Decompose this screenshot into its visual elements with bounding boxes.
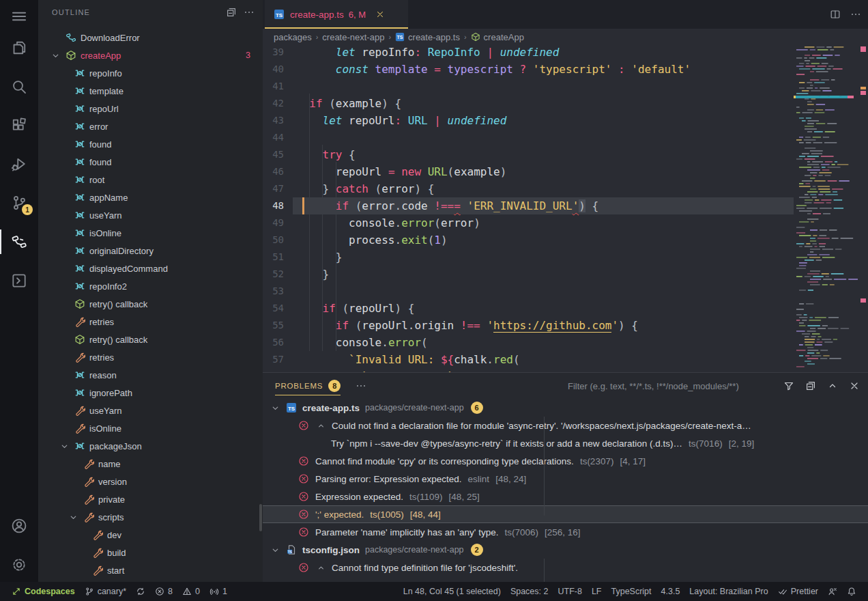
breadcrumb-create-app-ts[interactable]: TScreate-app.ts <box>395 32 460 42</box>
activity-outline-view-icon[interactable] <box>0 225 38 258</box>
outline-item-useyarn[interactable]: useYarn <box>38 206 263 224</box>
problem-row[interactable]: Parameter 'name' implicitly has an 'any'… <box>263 523 868 541</box>
activity-search-icon[interactable] <box>0 70 38 103</box>
problems-group-create-app-ts[interactable]: TScreate-app.tspackages/create-next-app6 <box>263 399 868 417</box>
minimap-canvas[interactable] <box>794 45 858 372</box>
outline-item-createapp[interactable]: createApp3 <box>38 46 263 64</box>
code-line-40[interactable]: 40 const template = typescript ? 'typesc… <box>263 61 794 78</box>
outline-item-found[interactable]: found <box>38 135 263 153</box>
outline-item-displayedcommand[interactable]: displayedCommand <box>38 260 263 277</box>
status-remote-indicator[interactable]: Codespaces <box>7 584 80 599</box>
outline-item-downloaderror[interactable]: DownloadError <box>38 29 263 46</box>
outline-item-ignorepath[interactable]: ignorePath <box>38 384 263 402</box>
status-prettier[interactable]: Prettier <box>773 584 823 599</box>
code-line-42[interactable]: 42 if (example) { <box>263 95 794 112</box>
outline-item-retry-callback[interactable]: retry() callback <box>38 295 263 313</box>
code-line-39[interactable]: 39 let repoInfo: RepoInfo | undefined <box>263 45 794 61</box>
activity-explorer-icon[interactable] <box>0 31 38 64</box>
chevron-down-icon[interactable] <box>270 545 280 555</box>
problem-row[interactable]: Expression expected.ts(1109)[48, 25] <box>263 488 868 505</box>
code-editor[interactable]: 39 let repoInfo: RepoInfo | undefined40 … <box>263 45 868 372</box>
problem-row[interactable]: The file is in the program because: <box>263 576 868 582</box>
code-line-41[interactable]: 41 <box>263 78 794 95</box>
status-warnings[interactable]: 0 <box>177 584 205 599</box>
collapse-detail-icon[interactable] <box>316 421 326 431</box>
chevron-down-icon[interactable] <box>59 441 70 451</box>
outline-item-isonline[interactable]: isOnline <box>38 224 263 242</box>
outline-item-repourl[interactable]: repoUrl <box>38 100 263 117</box>
breadcrumb-create-next-app[interactable]: create-next-app <box>322 32 384 42</box>
outline-item-useyarn[interactable]: useYarn <box>38 402 263 419</box>
activity-source-control-icon[interactable]: 1 <box>0 186 38 219</box>
outline-item-version[interactable]: version <box>38 473 263 490</box>
activity-settings-icon[interactable] <box>0 548 38 581</box>
maximize-panel-icon[interactable] <box>827 380 838 391</box>
problem-row[interactable]: Could not find a declaration file for mo… <box>263 417 868 434</box>
problem-row[interactable]: Cannot find type definition file for 'js… <box>263 559 868 576</box>
activity-extensions-icon[interactable] <box>0 109 38 142</box>
chevron-down-icon[interactable] <box>68 512 78 522</box>
outline-item-private[interactable]: private <box>38 490 263 508</box>
problem-row[interactable]: Cannot find module 'cpy' or its correspo… <box>263 452 868 470</box>
status-notifications[interactable] <box>842 584 861 599</box>
tab-close-icon[interactable] <box>375 10 385 19</box>
code-line-46[interactable]: 46 repoUrl = new URL(example) <box>263 163 794 180</box>
more-actions-icon[interactable] <box>850 9 861 20</box>
code-line-54[interactable]: 54 if (repoUrl) { <box>263 300 794 317</box>
tab-problems[interactable]: PROBLEMS 8 <box>275 373 341 399</box>
status-ports[interactable]: 1 <box>205 584 232 599</box>
code-line-43[interactable]: 43 let repoUrl: URL | undefined <box>263 112 794 129</box>
problem-row[interactable]: Try `npm i --save-dev @types/async-retry… <box>263 434 868 452</box>
problems-group-tsconfig-json[interactable]: TStsconfig.jsonpackages/create-next-app2 <box>263 541 868 559</box>
chevron-down-icon[interactable] <box>270 403 280 413</box>
status-layout[interactable]: Layout: Brazilian Pro <box>684 584 772 599</box>
outline-item-repoinfo2[interactable]: repoInfo2 <box>38 277 263 295</box>
problem-row[interactable]: ';' expected.ts(1005)[48, 44] <box>263 505 868 523</box>
activity-remote-explorer-icon[interactable] <box>0 264 38 297</box>
outline-item-build[interactable]: build <box>38 544 263 561</box>
outline-item-originaldirectory[interactable]: originalDirectory <box>38 242 263 260</box>
code-line-47[interactable]: 47 } catch (error) { <box>263 180 794 197</box>
outline-item-retries[interactable]: retries <box>38 348 263 366</box>
tab-create-app[interactable]: TS create-app.ts 6, M <box>265 0 408 29</box>
collapse-all-icon[interactable] <box>805 380 816 391</box>
activity-run-debug-icon[interactable] <box>0 148 38 180</box>
breadcrumb-packages[interactable]: packages <box>274 32 312 42</box>
outline-item-dev[interactable]: dev <box>38 526 263 544</box>
outline-item-appname[interactable]: appName <box>38 188 263 206</box>
filter-icon[interactable] <box>783 380 794 391</box>
outline-item-retry-callback[interactable]: retry() callback <box>38 331 263 348</box>
outline-item-reason[interactable]: reason <box>38 366 263 384</box>
outline-item-template[interactable]: template <box>38 82 263 100</box>
problem-row[interactable]: Parsing error: Expression expected.eslin… <box>263 470 868 488</box>
outline-item-found[interactable]: found <box>38 153 263 171</box>
breadcrumb-createapp[interactable]: createApp <box>471 32 524 42</box>
outline-item-scripts[interactable]: scripts <box>38 508 263 526</box>
chevron-down-icon[interactable] <box>50 51 61 61</box>
code-line-49[interactable]: 49 console.error(error) <box>263 214 794 232</box>
collapse-detail-icon[interactable] <box>316 563 326 573</box>
panel-more-tabs-icon[interactable] <box>356 380 366 391</box>
status-encoding[interactable]: UTF-8 <box>553 584 586 599</box>
outline-item-packagejson[interactable]: packageJson <box>38 437 263 455</box>
code-line-45[interactable]: 45 try { <box>263 146 794 163</box>
outline-item-isonline[interactable]: isOnline <box>38 419 263 437</box>
status-git-branch[interactable]: canary* <box>80 584 131 599</box>
status-indentation[interactable]: Spaces: 2 <box>506 584 553 599</box>
status-sync[interactable] <box>131 584 150 599</box>
collapse-all-icon[interactable] <box>226 7 237 18</box>
code-line-50[interactable]: 50 process.exit(1) <box>263 232 794 249</box>
code-line-48[interactable]: 48 if (error.code !=== 'ERR_INVALID_URL'… <box>263 197 794 214</box>
outline-item-error[interactable]: error <box>38 117 263 135</box>
sidebar-scrollbar[interactable] <box>259 504 262 531</box>
code-line-55[interactable]: 55 if (repoUrl.origin !== 'https://githu… <box>263 317 794 334</box>
code-line-56[interactable]: 56 console.error( <box>263 334 794 351</box>
code-line-53[interactable]: 53 <box>263 283 794 300</box>
outline-item-repoinfo[interactable]: repoInfo <box>38 64 263 82</box>
status-eol[interactable]: LF <box>587 584 607 599</box>
outline-item-root[interactable]: root <box>38 171 263 188</box>
activity-accounts-icon[interactable] <box>0 509 38 542</box>
more-actions-icon[interactable] <box>244 7 255 18</box>
close-panel-icon[interactable] <box>849 380 860 391</box>
activity-menu-icon[interactable] <box>0 0 38 33</box>
